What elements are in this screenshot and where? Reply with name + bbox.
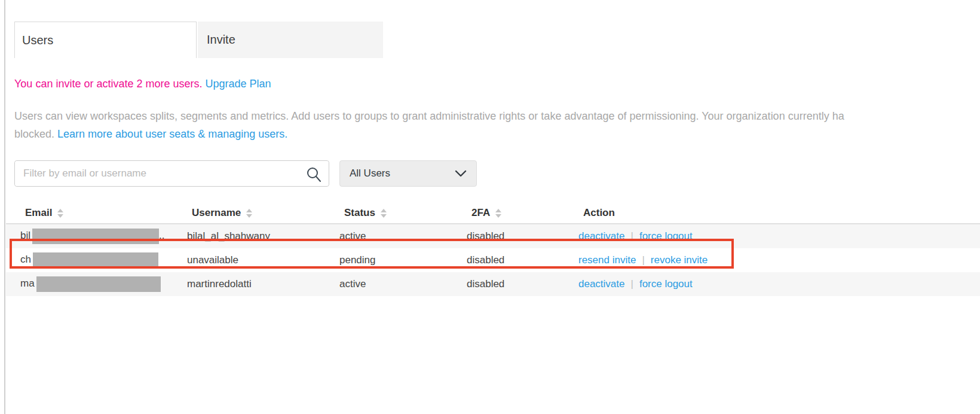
column-header-action-label: Action [583,207,615,219]
sort-icon[interactable] [57,209,63,218]
email-prefix: ch [20,254,31,265]
search-icon [306,166,321,182]
column-header-username: Username [187,207,339,219]
sort-icon[interactable] [381,209,387,218]
users-description-line1: Users can view workspaces splits, segmen… [14,108,980,126]
user-filter-dropdown-value: All Users [350,168,390,179]
filter-search-box [14,160,329,187]
twofa-cell: disabled [467,230,578,242]
redacted-email [32,229,159,244]
username-cell: bilal_al_shahwany [187,230,339,242]
action-separator: | [631,278,633,290]
learn-more-link[interactable]: Learn more about user seats & managing u… [57,128,287,140]
twofa-cell: disabled [467,278,578,290]
column-header-2fa: 2FA [467,207,578,219]
filter-row: All Users [14,160,980,187]
email-prefix: bil [20,230,30,241]
table-header-row: Email Username Status 2FA Action [6,203,980,224]
action-separator: | [642,254,644,266]
seats-notice-text: You can invite or activate 2 more users. [14,78,203,90]
email-prefix: ma [20,278,35,289]
column-header-email-label: Email [25,207,52,219]
users-description-line2: blocked. Learn more about user seats & m… [14,126,980,144]
table-row: bil.. bilal_al_shahwany active disabled … [6,224,980,248]
force-logout-link[interactable]: force logout [639,278,693,290]
redacted-email [36,276,161,292]
username-cell: martinredolatti [187,278,339,290]
sort-icon[interactable] [246,209,252,218]
action-cell: resend invite|revoke invite [578,254,980,266]
tab-bar: Users Invite [14,22,980,58]
column-header-status-label: Status [344,207,375,219]
deactivate-link[interactable]: deactivate [578,230,625,242]
tab-users[interactable]: Users [14,22,197,58]
seats-notice: You can invite or activate 2 more users.… [14,78,980,90]
user-administration-page: Users Invite You can invite or activate … [0,0,980,414]
action-separator: | [631,230,633,242]
column-header-2fa-label: 2FA [471,207,490,219]
users-description-line2-prefix: blocked. [14,128,57,140]
status-cell: pending [339,254,467,266]
action-cell: deactivate|force logout [578,278,980,290]
column-header-action: Action [578,207,980,219]
table-row: ma martinredolatti active disabled deact… [6,272,980,296]
table-row-highlighted: ch unavailable pending disabled resend i… [6,248,980,272]
force-logout-link[interactable]: force logout [639,230,693,242]
email-cell: ma [20,276,187,292]
status-cell: active [339,278,467,290]
column-header-email: Email [20,207,187,219]
email-cell: bil.. [20,229,187,244]
redacted-email [33,252,158,268]
users-description: Users can view workspaces splits, segmen… [14,108,980,143]
sort-icon[interactable] [495,209,501,218]
user-filter-dropdown[interactable]: All Users [339,160,477,187]
tab-users-label: Users [22,34,53,47]
action-cell: deactivate|force logout [578,230,980,242]
deactivate-link[interactable]: deactivate [578,278,625,290]
email-suffix: .. [159,230,164,241]
username-cell: unavailable [187,254,339,266]
upgrade-plan-link[interactable]: Upgrade Plan [206,78,271,90]
resend-invite-link[interactable]: resend invite [578,254,636,266]
chevron-down-icon [455,170,467,177]
users-table: Email Username Status 2FA Action bil.. [6,203,980,296]
column-header-status: Status [339,207,467,219]
tab-invite-label: Invite [207,33,235,47]
column-header-username-label: Username [192,207,241,219]
tab-invite[interactable]: Invite [198,22,383,58]
status-cell: active [339,230,467,242]
twofa-cell: disabled [467,254,578,266]
revoke-invite-link[interactable]: revoke invite [651,254,708,266]
filter-input[interactable] [15,161,329,186]
email-cell: ch [20,252,187,268]
